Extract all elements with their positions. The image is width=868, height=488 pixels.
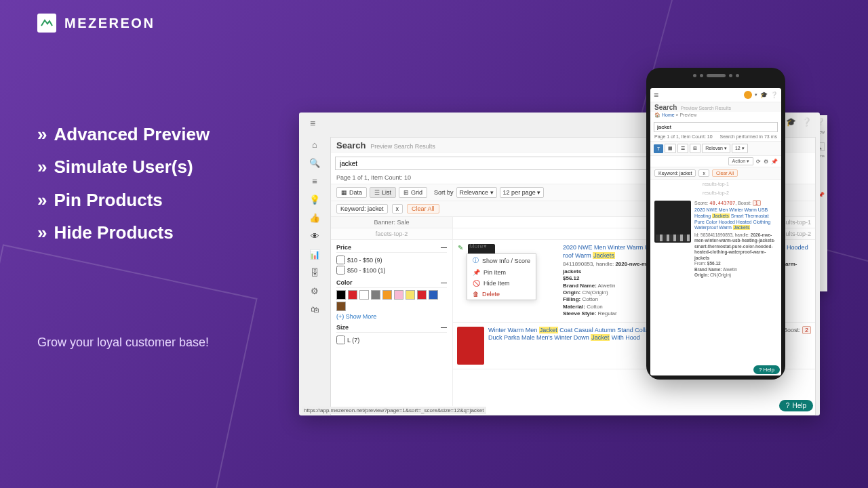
graduation-icon[interactable]: 🎓: [786, 117, 796, 127]
feature-item: »Simulate User(s): [37, 155, 210, 179]
mobile-screenshot: ≡ ▾ 🎓 ❔ Search Preview Search Results 🏠 …: [646, 68, 785, 380]
keyword-chip: Keyword: jacket: [654, 169, 696, 177]
show-more-link[interactable]: (+) Show More: [336, 313, 447, 320]
color-swatch[interactable]: [429, 290, 438, 300]
per-page-select[interactable]: 12 ▾: [732, 144, 748, 153]
thumb-icon[interactable]: 👍: [309, 213, 320, 223]
view-t-button[interactable]: T: [654, 144, 663, 153]
trash-icon: 🗑: [473, 291, 479, 298]
sidebar-nav: ⌂ 🔍 ≡ 💡 👍 👁 📊 🗄 ⚙ 🛍: [304, 140, 325, 314]
keyword-remove[interactable]: x: [698, 169, 709, 177]
product-score: Score: 40.443707, Boost: 1: [694, 201, 777, 206]
product-image[interactable]: [654, 201, 691, 243]
context-menu: ⓘShow Info / Score 📌Pin Item 🚫Hide Item …: [467, 253, 536, 300]
gears-icon[interactable]: ⚙: [311, 286, 319, 296]
view-data-button[interactable]: ▦: [665, 144, 676, 153]
color-swatch[interactable]: [406, 290, 415, 300]
more-menu-trigger[interactable]: More▾: [469, 243, 487, 249]
breadcrumb-home[interactable]: Home: [662, 113, 675, 117]
view-data-button[interactable]: ▦ Data: [336, 187, 367, 198]
results-top-label: results-top-1: [650, 180, 781, 188]
eye-icon[interactable]: 👁: [311, 231, 319, 241]
sort-select[interactable]: Relevan ▾: [702, 144, 730, 153]
facets-top-label: facets-top-2: [331, 228, 452, 240]
home-icon[interactable]: ⌂: [312, 140, 317, 150]
facet-size-title[interactable]: Size—: [336, 324, 447, 333]
hide-icon: 🚫: [473, 280, 480, 287]
menu-show-info[interactable]: ⓘShow Info / Score: [467, 254, 536, 267]
graduation-icon[interactable]: 🎓: [760, 92, 768, 98]
search-input[interactable]: [654, 122, 778, 132]
facet-color-title[interactable]: Color—: [336, 279, 447, 288]
keyword-chip: Keyword: jacket: [336, 204, 388, 214]
help-badge[interactable]: ? Help: [753, 365, 780, 374]
clear-all-button[interactable]: Clear All: [407, 204, 439, 214]
feature-item: »Pin Products: [37, 188, 210, 212]
pin-icon: 📌: [473, 269, 480, 276]
menu-pin-item[interactable]: 📌Pin Item: [467, 267, 536, 278]
avatar[interactable]: [744, 91, 752, 99]
color-swatch[interactable]: [382, 290, 392, 300]
product-meta: Id: 5838411890853, handle: 2020-nwe-men-…: [694, 232, 777, 279]
database-icon[interactable]: 🗄: [311, 268, 319, 278]
feature-item: »Advanced Preview: [37, 122, 210, 146]
product-image[interactable]: [457, 327, 484, 365]
breadcrumb: 🏠 Home » Preview: [650, 112, 781, 120]
brand-logo: MEZEREON: [37, 14, 155, 33]
action-menu[interactable]: Action ▾: [728, 157, 753, 165]
menu-hide-item[interactable]: 🚫Hide Item: [467, 278, 536, 289]
product-row: Score: 40.443707, Boost: 1 2020 NWE Men …: [650, 197, 781, 282]
search-title: Search: [336, 140, 366, 150]
perf-info: Search performed in 73 ms: [720, 134, 777, 139]
product-title[interactable]: 2020 NWE Men Winter Warm USB Heating Jac…: [694, 207, 777, 231]
color-swatch[interactable]: [394, 290, 403, 300]
banner-label: Banner: Sale: [331, 217, 452, 228]
hamburger-icon[interactable]: ≡: [310, 118, 315, 129]
results-top-label: results-top-2: [650, 188, 781, 197]
feature-item: »Hide Products: [37, 220, 210, 245]
sort-select[interactable]: Relevance ▾: [456, 187, 497, 198]
menu-delete-item[interactable]: 🗑Delete: [467, 289, 536, 300]
bulb-icon[interactable]: 💡: [309, 195, 320, 205]
search-icon[interactable]: 🔍: [309, 158, 320, 168]
brand-name: MEZEREON: [64, 16, 155, 31]
color-swatch[interactable]: [336, 290, 346, 300]
chevron-down-icon[interactable]: ▾: [755, 92, 757, 98]
sort-label: Sort by: [434, 189, 454, 196]
pin-icon[interactable]: 📌: [771, 159, 778, 165]
color-swatch[interactable]: [371, 290, 380, 300]
per-page-select[interactable]: 12 per page ▾: [500, 187, 545, 198]
edit-icon[interactable]: ✎: [456, 243, 465, 252]
brand-logo-icon: [37, 14, 56, 33]
clear-all-button[interactable]: Clear All: [712, 169, 738, 177]
view-grid-button[interactable]: ⊞ Grid: [399, 187, 427, 198]
facet-price-title[interactable]: Price—: [336, 244, 447, 253]
feature-list: »Advanced Preview »Simulate User(s) »Pin…: [37, 122, 210, 253]
keyword-remove[interactable]: x: [392, 204, 403, 214]
color-swatch[interactable]: [417, 290, 427, 300]
facet-price-item[interactable]: $50 - $100 (1): [336, 265, 447, 275]
search-subtitle: Preview Search Results: [681, 106, 731, 110]
status-url: https://app.mezereon.net/preview?page=1&…: [302, 407, 486, 414]
help-icon[interactable]: ❔: [770, 92, 778, 98]
tagline: Grow your loyal customer base!: [37, 336, 209, 350]
chart-icon[interactable]: 📊: [309, 249, 320, 260]
gear-icon[interactable]: ⚙: [764, 159, 768, 165]
view-grid-button[interactable]: ⊞: [690, 144, 701, 153]
list-icon[interactable]: ≡: [312, 176, 317, 186]
bag-icon[interactable]: 🛍: [311, 304, 319, 314]
help-badge[interactable]: ?Help: [779, 400, 813, 411]
view-list-button[interactable]: ☰: [677, 144, 688, 153]
refresh-icon[interactable]: ⟳: [756, 159, 761, 165]
color-swatch[interactable]: [359, 290, 369, 300]
color-swatch[interactable]: [348, 290, 357, 300]
search-subtitle: Preview Search Results: [370, 143, 435, 150]
help-icon[interactable]: ❔: [802, 117, 812, 127]
hamburger-icon[interactable]: ≡: [654, 90, 658, 100]
facet-size-item[interactable]: L (7): [336, 335, 447, 345]
facet-price-item[interactable]: $10 - $50 (9): [336, 255, 447, 265]
view-list-button[interactable]: ☰ List: [370, 187, 396, 198]
help-icon: ?: [786, 402, 790, 409]
color-swatch[interactable]: [336, 302, 346, 311]
color-swatches: [336, 290, 447, 311]
